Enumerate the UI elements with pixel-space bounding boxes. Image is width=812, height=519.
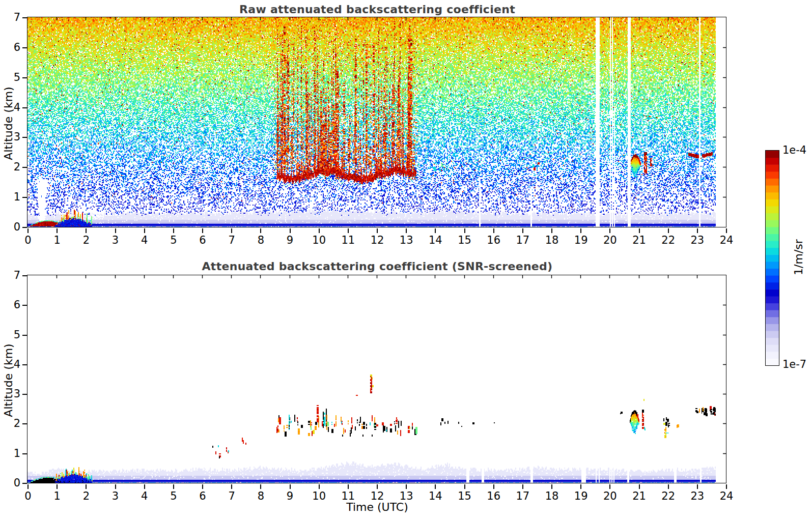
y-tick bbox=[22, 227, 27, 228]
lidar-quicklook-page: Raw attenuated backscattering coefficien… bbox=[0, 0, 812, 519]
x-tick bbox=[639, 228, 640, 233]
y-tick bbox=[22, 77, 27, 78]
x-tick bbox=[435, 484, 436, 489]
x-tick-label: 21 bbox=[628, 234, 651, 246]
x-tick-label: 13 bbox=[395, 490, 418, 502]
colorbar-gradient bbox=[766, 151, 779, 365]
y-tick-label: 5 bbox=[3, 71, 20, 83]
x-tick-label: 0 bbox=[16, 234, 40, 246]
y-tick bbox=[22, 137, 27, 138]
screened-panel-title: Attenuated backscattering coefficient (S… bbox=[28, 260, 726, 273]
x-tick-label: 4 bbox=[133, 490, 156, 502]
x-tick-label: 18 bbox=[540, 490, 564, 502]
x-tick-label: 16 bbox=[482, 490, 506, 502]
x-tick-label: 12 bbox=[366, 234, 389, 246]
y-tick bbox=[22, 453, 27, 454]
y-tick bbox=[22, 305, 27, 306]
y-tick bbox=[22, 483, 27, 484]
x-tick bbox=[406, 228, 407, 233]
y-tick bbox=[22, 423, 27, 424]
x-tick-label: 18 bbox=[540, 234, 564, 246]
x-tick bbox=[551, 484, 552, 489]
y-tick-label: 7 bbox=[3, 11, 20, 23]
x-tick bbox=[57, 484, 58, 489]
x-tick-label: 14 bbox=[424, 234, 447, 246]
x-tick-label: 0 bbox=[16, 490, 40, 502]
x-tick-label: 23 bbox=[686, 234, 709, 246]
x-tick bbox=[580, 484, 581, 489]
x-tick bbox=[609, 228, 610, 233]
x-tick-label: 22 bbox=[657, 234, 680, 246]
x-tick-label: 6 bbox=[191, 490, 214, 502]
x-tick-label: 8 bbox=[249, 234, 272, 246]
x-tick bbox=[173, 228, 174, 233]
x-tick-label: 11 bbox=[337, 234, 360, 246]
y-tick bbox=[22, 335, 27, 336]
y-tick bbox=[22, 167, 27, 168]
x-tick bbox=[639, 484, 640, 489]
x-tick-label: 17 bbox=[511, 234, 535, 246]
x-tick-label: 6 bbox=[191, 234, 214, 246]
y-tick-label: 2 bbox=[3, 417, 20, 429]
x-tick-label: 10 bbox=[307, 234, 331, 246]
x-tick bbox=[231, 484, 232, 489]
x-tick bbox=[493, 228, 494, 233]
x-tick bbox=[668, 484, 669, 489]
x-tick bbox=[27, 228, 29, 233]
x-tick bbox=[522, 228, 523, 233]
x-tick bbox=[580, 228, 581, 233]
x-tick bbox=[115, 228, 116, 233]
y-tick-label: 0 bbox=[3, 477, 20, 489]
x-tick bbox=[522, 484, 523, 489]
y-tick bbox=[22, 47, 27, 48]
x-tick bbox=[726, 228, 727, 233]
x-tick-label: 23 bbox=[686, 490, 709, 502]
y-tick-label: 4 bbox=[3, 358, 20, 370]
y-tick bbox=[22, 197, 27, 198]
y-tick bbox=[22, 394, 27, 395]
x-tick-label: 9 bbox=[278, 234, 302, 246]
x-tick bbox=[464, 484, 465, 489]
x-tick-label: 17 bbox=[511, 490, 535, 502]
x-tick bbox=[319, 484, 320, 489]
x-tick bbox=[609, 484, 610, 489]
x-tick-label: 22 bbox=[657, 490, 680, 502]
raw-backscatter-heatmap bbox=[27, 17, 726, 227]
raw-panel-title: Raw attenuated backscattering coefficien… bbox=[28, 3, 726, 16]
x-tick-label: 9 bbox=[278, 490, 302, 502]
x-tick bbox=[377, 228, 378, 233]
x-tick-label: 15 bbox=[453, 234, 477, 246]
y-tick-label: 4 bbox=[3, 101, 20, 113]
x-tick bbox=[551, 228, 552, 233]
x-tick bbox=[319, 228, 320, 233]
y-tick bbox=[22, 107, 27, 108]
x-tick-label: 8 bbox=[249, 490, 272, 502]
y-tick-label: 2 bbox=[3, 161, 20, 173]
x-tick-label: 13 bbox=[395, 234, 418, 246]
x-tick bbox=[290, 228, 291, 233]
x-tick-label: 12 bbox=[366, 490, 389, 502]
screened-backscatter-heatmap bbox=[27, 275, 726, 483]
x-tick-label: 20 bbox=[598, 490, 622, 502]
colorbar-units-label: 1/m/sr bbox=[792, 227, 805, 288]
x-tick bbox=[202, 228, 203, 233]
raw-y-axis-label: Altitude (km) bbox=[2, 83, 15, 164]
x-tick-label: 3 bbox=[104, 234, 127, 246]
colorbar bbox=[765, 150, 779, 366]
x-tick-label: 24 bbox=[715, 490, 738, 502]
x-tick bbox=[290, 484, 291, 489]
x-tick-label: 15 bbox=[453, 490, 477, 502]
y-tick-label: 1 bbox=[3, 191, 20, 203]
x-tick-label: 16 bbox=[482, 234, 506, 246]
x-tick-label: 1 bbox=[45, 234, 69, 246]
colorbar-min-label: 1e-7 bbox=[782, 358, 806, 370]
x-tick bbox=[260, 484, 261, 489]
x-tick bbox=[668, 228, 669, 233]
x-tick bbox=[115, 484, 116, 489]
x-tick-label: 24 bbox=[715, 234, 738, 246]
x-tick bbox=[231, 228, 232, 233]
x-tick bbox=[464, 228, 465, 233]
x-tick bbox=[697, 484, 698, 489]
x-tick bbox=[144, 228, 145, 233]
x-tick bbox=[348, 228, 349, 233]
